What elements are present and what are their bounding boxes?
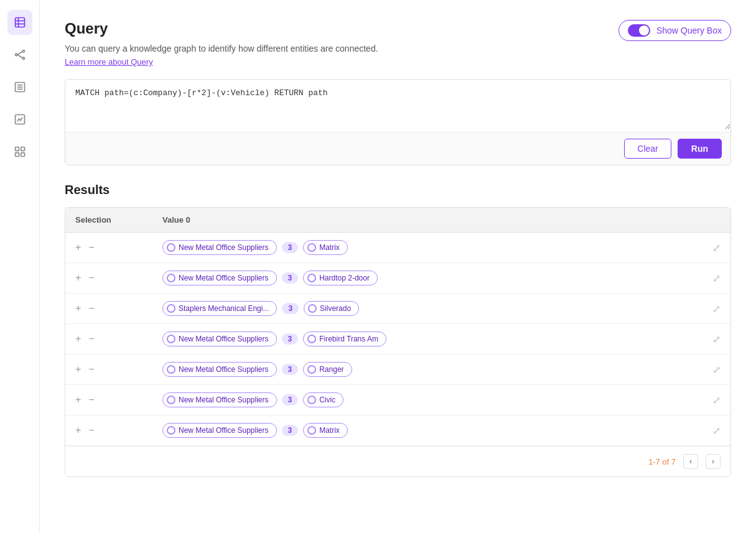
header-left: Query You can query a knowledge graph to… <box>65 20 378 79</box>
company-dot <box>167 304 175 313</box>
expand-icon[interactable]: ⤢ <box>696 425 721 437</box>
collapse-minus[interactable]: − <box>88 394 94 406</box>
vehicle-label: Matrix <box>319 426 340 435</box>
vehicle-chip[interactable]: Matrix <box>303 423 348 438</box>
company-chip[interactable]: New Metal Office Suppliers <box>162 271 277 285</box>
table-header: Selection Value 0 <box>65 208 730 233</box>
vehicle-chip[interactable]: Hardtop 2-door <box>303 271 378 285</box>
company-label: New Metal Office Suppliers <box>179 396 269 404</box>
vehicle-label: Silverado <box>320 304 351 313</box>
query-textarea[interactable]: MATCH path=(c:Company)-[r*2]-(v:Vehicle)… <box>65 80 730 129</box>
svg-point-5 <box>22 50 24 52</box>
count-badge: 3 <box>282 364 299 375</box>
sidebar-item-filter[interactable] <box>7 75 32 100</box>
col-expand <box>696 215 721 225</box>
svg-rect-15 <box>21 147 24 151</box>
expand-plus[interactable]: + <box>75 425 81 436</box>
vehicle-chip[interactable]: Civic <box>303 392 343 407</box>
company-chip[interactable]: Staplers Mechanical Engi... <box>162 301 277 316</box>
count-badge: 3 <box>282 303 299 314</box>
expand-icon[interactable]: ⤢ <box>696 272 721 284</box>
company-label: New Metal Office Suppliers <box>179 243 269 252</box>
collapse-minus[interactable]: − <box>88 333 94 345</box>
expand-plus[interactable]: + <box>75 333 81 345</box>
row-controls: + − <box>75 364 162 375</box>
company-dot <box>167 426 175 435</box>
expand-plus[interactable]: + <box>75 272 81 284</box>
vehicle-label: Civic <box>319 396 335 404</box>
svg-line-8 <box>17 55 22 58</box>
table-row: + − Staplers Mechanical Engi... 3 Silver… <box>65 294 730 324</box>
query-actions: Clear Run <box>65 132 730 165</box>
row-value: New Metal Office Suppliers 3 Firebird Tr… <box>162 331 696 346</box>
vehicle-chip[interactable]: Firebird Trans Am <box>303 331 386 346</box>
learn-more-link[interactable]: Learn more about Query <box>65 57 153 67</box>
vehicle-label: Hardtop 2-door <box>319 274 370 282</box>
expand-plus[interactable]: + <box>75 394 81 406</box>
collapse-minus[interactable]: − <box>88 364 94 375</box>
row-value: New Metal Office Suppliers 3 Matrix <box>162 423 696 438</box>
sidebar-item-analytics[interactable] <box>7 107 32 132</box>
count-badge: 3 <box>282 394 299 406</box>
results-table: Selection Value 0 + − New Metal Office S… <box>65 207 731 477</box>
company-chip[interactable]: New Metal Office Suppliers <box>162 331 277 346</box>
company-chip[interactable]: New Metal Office Suppliers <box>162 392 277 407</box>
vehicle-dot <box>307 274 316 282</box>
company-chip[interactable]: New Metal Office Suppliers <box>162 423 277 438</box>
vehicle-dot <box>307 426 316 435</box>
expand-plus[interactable]: + <box>75 303 81 314</box>
expand-icon[interactable]: ⤢ <box>696 364 721 376</box>
expand-plus[interactable]: + <box>75 242 81 253</box>
table-row: + − New Metal Office Suppliers 3 Ranger … <box>65 355 730 385</box>
collapse-minus[interactable]: − <box>88 425 94 436</box>
row-value: New Metal Office Suppliers 3 Ranger <box>162 362 696 377</box>
collapse-minus[interactable]: − <box>88 272 94 284</box>
col-value: Value 0 <box>162 215 696 225</box>
row-controls: + − <box>75 242 162 253</box>
company-chip[interactable]: New Metal Office Suppliers <box>162 240 277 255</box>
pagination-prev[interactable]: ‹ <box>683 454 698 469</box>
vehicle-chip[interactable]: Silverado <box>304 301 359 316</box>
vehicle-label: Ranger <box>319 365 343 374</box>
expand-icon[interactable]: ⤢ <box>696 394 721 406</box>
company-label: New Metal Office Suppliers <box>179 274 269 282</box>
vehicle-dot <box>307 365 316 374</box>
toggle-switch[interactable] <box>628 24 650 37</box>
vehicle-label: Firebird Trans Am <box>319 335 378 343</box>
run-button[interactable]: Run <box>678 139 722 159</box>
company-dot <box>167 274 175 282</box>
svg-line-7 <box>17 52 22 55</box>
company-dot <box>167 243 175 252</box>
company-dot <box>167 396 175 404</box>
row-controls: + − <box>75 272 162 284</box>
expand-plus[interactable]: + <box>75 364 81 375</box>
clear-button[interactable]: Clear <box>624 139 671 159</box>
table-row: + − New Metal Office Suppliers 3 Firebir… <box>65 324 730 355</box>
pagination-next[interactable]: › <box>706 454 721 469</box>
expand-icon[interactable]: ⤢ <box>696 303 721 315</box>
collapse-minus[interactable]: − <box>88 242 94 253</box>
page-description: You can query a knowledge graph to ident… <box>65 44 378 53</box>
vehicle-dot <box>307 243 316 252</box>
toggle-label: Show Query Box <box>656 25 722 35</box>
show-query-box-toggle[interactable]: Show Query Box <box>618 20 731 41</box>
company-chip[interactable]: New Metal Office Suppliers <box>162 362 277 377</box>
sidebar-item-table[interactable] <box>7 10 32 35</box>
company-label: Staplers Mechanical Engi... <box>179 304 269 313</box>
table-row: + − New Metal Office Suppliers 3 Hardtop… <box>65 263 730 294</box>
count-badge: 3 <box>282 272 299 284</box>
pagination-info: 1-7 of 7 <box>648 457 676 466</box>
vehicle-chip[interactable]: Matrix <box>303 240 348 255</box>
sidebar-item-grid[interactable] <box>7 139 32 164</box>
vehicle-chip[interactable]: Ranger <box>303 362 352 377</box>
expand-icon[interactable]: ⤢ <box>696 333 721 345</box>
table-body: + − New Metal Office Suppliers 3 Matrix … <box>65 233 730 446</box>
collapse-minus[interactable]: − <box>88 303 94 314</box>
company-label: New Metal Office Suppliers <box>179 335 269 343</box>
sidebar-item-graph[interactable] <box>7 42 32 67</box>
svg-rect-17 <box>21 153 24 157</box>
company-label: New Metal Office Suppliers <box>179 365 269 374</box>
row-controls: + − <box>75 425 162 436</box>
company-dot <box>167 335 175 343</box>
expand-icon[interactable]: ⤢ <box>696 242 721 254</box>
